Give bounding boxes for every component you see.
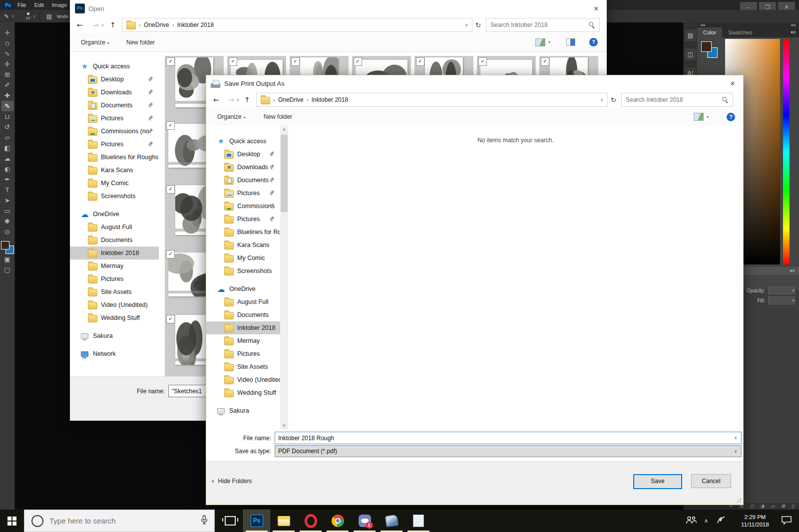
sidebar-item-screenshots[interactable]: Screenshots xyxy=(206,265,280,277)
layer-mask-icon[interactable]: ◻ xyxy=(750,503,754,510)
taskbar-app-notepad[interactable] xyxy=(405,510,432,532)
sidebar-item-onedrive[interactable]: ☁OneDrive xyxy=(70,208,159,221)
quick-mask-tool[interactable]: ▣ xyxy=(1,254,13,265)
move-tool[interactable]: ✛ xyxy=(1,27,13,38)
panel-menu-icon[interactable]: ▾≡ xyxy=(791,27,799,37)
sidebar-item-pictures[interactable]: Pictures xyxy=(206,187,280,200)
save-dialog-titlebar[interactable]: Save Print Output As ✕ xyxy=(206,75,743,92)
help-icon[interactable]: ? xyxy=(589,38,598,46)
open-dialog-titlebar[interactable]: Ps Open ✕ xyxy=(70,0,607,17)
tray-overflow-icon[interactable]: ∧ xyxy=(704,518,708,524)
sidebar-item-inktober-2018[interactable]: Inktober 2018 xyxy=(70,247,159,260)
sidebar-item-screenshots[interactable]: Screenshots xyxy=(70,190,159,203)
organize-button[interactable]: Organize▾ xyxy=(81,39,109,46)
scrollbar-thumb[interactable] xyxy=(281,135,288,212)
sidebar-item-video-unedited[interactable]: Video (Unedited) xyxy=(206,373,280,386)
task-view-button[interactable] xyxy=(218,510,243,532)
sidebar-item-sakura[interactable]: Sakura xyxy=(70,329,159,342)
forward-icon[interactable]: → xyxy=(93,21,99,29)
view-dropdown-icon[interactable]: ▾ xyxy=(707,115,709,119)
new-layer-icon[interactable]: ⊞ xyxy=(782,503,786,510)
item-checkbox[interactable]: ✓ xyxy=(166,185,175,194)
eraser-tool[interactable]: ▱ xyxy=(1,132,13,143)
item-checkbox[interactable]: ✓ xyxy=(354,57,362,66)
item-checkbox[interactable]: ✓ xyxy=(291,57,300,66)
new-folder-button[interactable]: New folder xyxy=(126,39,155,46)
actions-panel-icon[interactable]: ▤ xyxy=(685,29,697,41)
delete-layer-icon[interactable]: ▯ xyxy=(792,503,794,510)
item-checkbox[interactable]: ✓ xyxy=(416,57,424,66)
fill-combo[interactable]: ▾ xyxy=(768,296,795,304)
sidebar-item-commissions-no[interactable]: Commissions (no xyxy=(70,125,159,138)
preview-pane-icon[interactable] xyxy=(566,38,575,46)
adjustment-layer-icon[interactable]: ◑ xyxy=(760,503,764,510)
menu-image[interactable]: Image xyxy=(52,2,67,8)
up-icon[interactable]: ↑ xyxy=(110,21,116,29)
save-as-type-combo[interactable]: PDF Document (*.pdf) ∨ xyxy=(275,445,742,457)
view-dropdown-icon[interactable]: ▾ xyxy=(548,40,550,44)
people-icon[interactable] xyxy=(685,515,697,527)
history-brush-tool[interactable]: ↺ xyxy=(1,122,13,132)
tab-swatches[interactable]: Swatches xyxy=(722,27,758,37)
cancel-button[interactable]: Cancel xyxy=(691,474,731,488)
collapse-right-icon[interactable]: ▶▶ xyxy=(792,22,796,27)
panel-menu-icon[interactable]: ▾≡ xyxy=(790,268,795,273)
brush-tool[interactable]: ✎ xyxy=(1,101,13,111)
item-checkbox[interactable]: ✓ xyxy=(166,315,175,323)
sidebar-item-commissions[interactable]: Commissions xyxy=(206,200,280,213)
sidebar-item-documents[interactable]: Documents xyxy=(70,234,159,247)
sidebar-item-video-unedited[interactable]: Video (Unedited) xyxy=(70,298,159,311)
history-dropdown-icon[interactable]: ∨ xyxy=(236,98,239,102)
address-bar[interactable]: ›OneDrive›Inktober 2018 ∨ xyxy=(122,18,472,32)
new-folder-button[interactable]: New folder xyxy=(264,113,292,120)
taskbar-app-scanner[interactable] xyxy=(378,510,405,532)
search-box[interactable] xyxy=(621,93,733,107)
taskbar-app-discord[interactable]: 1 xyxy=(351,510,378,532)
breadcrumb-item-inktober-2018[interactable]: Inktober 2018 xyxy=(177,21,214,28)
close-icon[interactable]: ✕ xyxy=(586,5,607,12)
shape-tool[interactable]: ▭ xyxy=(1,206,13,216)
sidebar-item-inktober-2018[interactable]: Inktober 2018 xyxy=(206,321,280,334)
file-name-input[interactable] xyxy=(275,434,734,442)
sidebar-item-mermay[interactable]: Mermay xyxy=(70,260,159,272)
sidebar-scrollbar[interactable]: ∧ ∨ xyxy=(280,126,288,430)
sidebar-item-wedding-stuff[interactable]: Wedding Stuff xyxy=(206,386,280,399)
organize-button[interactable]: Organize▾ xyxy=(217,113,246,120)
hide-folders-button[interactable]: ∧ Hide Folders xyxy=(211,478,252,485)
opacity-combo[interactable]: ▾ xyxy=(768,286,795,294)
zoom-tool[interactable]: ⊙ xyxy=(1,227,13,237)
smudge-tool[interactable]: ☁ xyxy=(1,153,13,164)
brush-preset-icon[interactable]: ✎ xyxy=(4,13,9,20)
taskbar-app-photoshop[interactable]: Ps xyxy=(243,510,270,532)
clone-stamp-tool[interactable]: ⊔ xyxy=(1,111,13,122)
address-dropdown-icon[interactable]: ∨ xyxy=(596,98,607,102)
dodge-tool[interactable]: ◐ xyxy=(1,164,13,174)
close-icon[interactable]: ✕ xyxy=(722,80,743,87)
sidebar-item-pictures[interactable]: Pictures xyxy=(206,213,280,226)
magic-wand-tool[interactable]: ✢ xyxy=(1,59,13,69)
tab-color[interactable]: Color xyxy=(697,27,722,37)
chevron-down-icon[interactable]: ∨ xyxy=(734,449,741,454)
crop-tool[interactable]: ⊞ xyxy=(1,69,13,80)
thumbnails-view-icon[interactable] xyxy=(535,38,545,46)
sidebar-item-documents[interactable]: Documents xyxy=(206,308,280,321)
back-icon[interactable]: ← xyxy=(213,96,219,104)
taskbar-app-opera[interactable] xyxy=(297,510,324,532)
sidebar-item-august-full[interactable]: August Full xyxy=(206,295,280,308)
taskbar-clock[interactable]: 2:29 PM 11/11/2018 xyxy=(734,514,776,529)
sidebar-item-pictures[interactable]: Pictures xyxy=(206,347,280,360)
taskbar-app-chrome[interactable] xyxy=(324,510,351,532)
item-checkbox[interactable]: ✓ xyxy=(166,57,175,66)
scroll-down-icon[interactable]: ∨ xyxy=(280,422,288,430)
item-checkbox[interactable]: ✓ xyxy=(541,57,549,66)
sidebar-item-desktop[interactable]: Desktop xyxy=(206,148,280,161)
type-tool[interactable]: T xyxy=(1,185,13,195)
windows-ink-icon[interactable] xyxy=(716,515,727,527)
foreground-color-swatch[interactable] xyxy=(701,41,712,52)
taskbar-search-input[interactable] xyxy=(43,516,200,526)
layer-comps-panel-icon[interactable]: ◫ xyxy=(685,48,697,60)
thumbnails-view-icon[interactable] xyxy=(694,113,704,121)
brush-size-widget[interactable]: 17 xyxy=(26,12,30,20)
sidebar-item-mermay[interactable]: Mermay xyxy=(206,334,280,347)
menu-file[interactable]: File xyxy=(17,2,26,8)
